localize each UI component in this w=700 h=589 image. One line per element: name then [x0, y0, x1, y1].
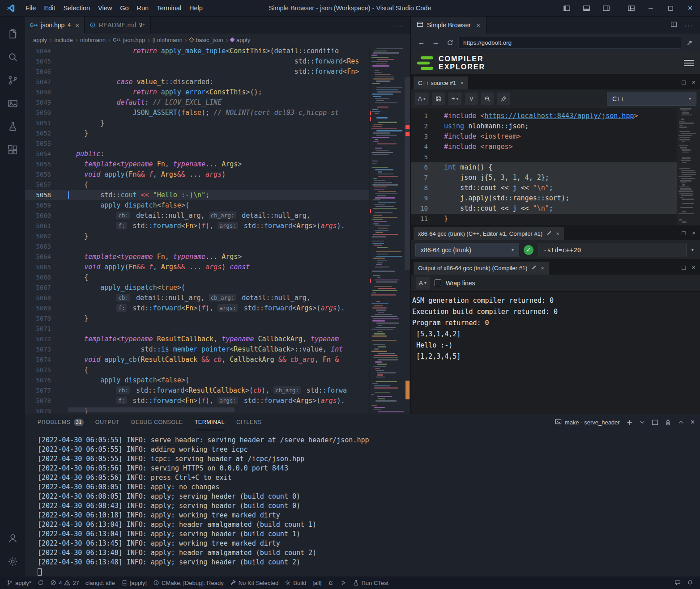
minimize-button[interactable] — [641, 0, 661, 17]
activity-search-icon[interactable] — [2, 45, 23, 68]
menu-view[interactable]: View — [94, 0, 116, 17]
rename-pane-icon[interactable] — [546, 230, 552, 237]
code-line[interactable]: 5068 cb: detail::null_arg, cb_arg: detai… — [25, 293, 410, 303]
maximize-panel-icon[interactable] — [678, 419, 684, 426]
browser-more-actions[interactable]: ··· — [684, 21, 694, 29]
menu-file[interactable]: File — [21, 0, 40, 17]
feedback-status[interactable] — [671, 576, 684, 589]
ctest-button[interactable]: Run CTest — [350, 576, 392, 589]
kit-status[interactable]: No Kit Selected — [227, 576, 282, 589]
editor-more-actions[interactable]: ··· — [387, 17, 410, 34]
source-code-line[interactable]: 1#include <https://localhost:8443/apply/… — [411, 111, 700, 121]
forward-button[interactable]: → — [430, 37, 442, 49]
scrollbar-thumb[interactable] — [405, 77, 410, 270]
include-link[interactable]: https://localhost:8443/apply/json.hpp — [484, 112, 634, 120]
code-line[interactable]: 5063 — [25, 242, 410, 252]
cmake-status[interactable]: CMake: [Debug]: Ready — [150, 576, 227, 589]
editor-horizontal-scrollbar[interactable] — [68, 407, 235, 412]
breadcrumb-item-apply[interactable]: apply — [33, 37, 47, 43]
code-editor[interactable]: 5044 return apply_make_tuple<ConstThis>(… — [25, 46, 410, 414]
notifications-bell[interactable] — [684, 576, 696, 589]
code-line[interactable]: 5070 } — [25, 314, 410, 324]
code-line[interactable]: 5067 apply_dispatch<true>( — [25, 283, 410, 293]
split-editor-icon[interactable] — [670, 21, 677, 30]
maximize-button[interactable] — [661, 0, 680, 17]
panel-tab-output[interactable]: OUTPUT — [95, 414, 120, 430]
code-line[interactable]: 5056 void apply(Fn&& f, Args&& ... args) — [25, 169, 410, 180]
code-line[interactable]: 5046 std::forward<Fn> — [25, 67, 410, 77]
terminal-output[interactable]: [2022-04-30 06:05:55] INFO: serve_header… — [25, 430, 700, 576]
code-line[interactable]: 5066 { — [25, 272, 410, 283]
close-panel-icon[interactable]: × — [691, 418, 695, 426]
activity-extensions-icon[interactable] — [2, 138, 23, 161]
panel-tab-debug-console[interactable]: DEBUG CONSOLE — [131, 414, 183, 430]
wrap-lines-checkbox[interactable] — [435, 280, 441, 286]
code-line[interactable]: 5045 std::forward<Res — [25, 56, 410, 67]
source-code-line[interactable]: 2using nlohmann::json; — [411, 121, 700, 131]
pin-button[interactable] — [497, 92, 510, 106]
code-line[interactable]: 5048 return apply_error<ConstThis>(); — [25, 87, 410, 97]
code-line[interactable]: 5074 void apply_cb(ResultCallback && cb,… — [25, 355, 410, 365]
code-line[interactable]: 5064 template<typename Fn, typename... A… — [25, 252, 410, 262]
compiler-pane-tab-close-icon[interactable]: × — [556, 230, 559, 237]
source-code-line[interactable]: 9 j.apply(std::ranges::sort); — [411, 193, 700, 203]
source-code-line[interactable]: 8 std::cout << j << "\n"; — [411, 183, 700, 193]
breadcrumb-item-apply[interactable]: apply — [230, 37, 250, 43]
source-pane-tab[interactable]: C++ source #1 × — [414, 76, 468, 89]
menu-edit[interactable]: Edit — [40, 0, 59, 17]
breadcrumb-item-include[interactable]: include — [54, 37, 73, 43]
hamburger-menu-icon[interactable] — [684, 60, 694, 66]
launch-button[interactable] — [337, 576, 350, 589]
browser-tab-close-icon[interactable]: × — [476, 21, 480, 29]
code-line[interactable]: 5059 apply_dispatch<false>( — [25, 200, 410, 211]
code-line[interactable]: 5072 template<typename ResultCallback, t… — [25, 334, 410, 344]
code-line[interactable]: 5071 — [25, 324, 410, 334]
build-button[interactable]: Build — [282, 576, 309, 589]
code-line[interactable]: 5078 f: std::forward<Fn>(f), args: std::… — [25, 396, 410, 406]
menu-selection[interactable]: Selection — [59, 0, 94, 17]
clangd-status[interactable]: clangd: idle — [82, 576, 118, 589]
repo-status[interactable]: [apply] — [118, 576, 150, 589]
code-line[interactable]: 5057 { — [25, 180, 410, 190]
split-terminal-icon[interactable] — [652, 419, 658, 426]
options-dropdown-icon[interactable]: ▾ — [691, 247, 696, 253]
source-pane-maximize-icon[interactable]: □ — [682, 79, 685, 86]
editor-tab-json.hpp[interactable]: C++json.hpp4× — [25, 17, 85, 34]
layout-sidebar-left-icon[interactable] — [557, 0, 576, 17]
tab-close-icon[interactable]: × — [75, 21, 79, 29]
breadcrumb-item-nlohmann[interactable]: nlohmann — [80, 37, 106, 43]
activity-source-control-icon[interactable] — [2, 68, 23, 92]
output-pane-tab[interactable]: Output of x86-64 gcc (trunk) (Compiler #… — [414, 262, 549, 275]
compiler-explorer-logo[interactable]: COMPILER EXPLORER — [417, 55, 485, 71]
compiler-pane-close-icon[interactable]: × — [692, 229, 696, 237]
layout-panel-icon[interactable] — [576, 0, 596, 17]
code-line[interactable]: 5044 return apply_make_tuple<ConstThis>(… — [25, 46, 410, 56]
source-code-line[interactable]: 5 — [411, 152, 700, 162]
rename-pane-icon[interactable] — [531, 265, 537, 271]
code-line[interactable]: 5050 JSON_ASSERT(false); // NOLINT(cert-… — [25, 108, 410, 118]
code-line[interactable]: 5075 { — [25, 365, 410, 375]
build-target[interactable]: [all] — [309, 576, 324, 589]
source-code-line[interactable]: 7 json j{5, 3, 1, 4, 2}; — [411, 173, 700, 183]
code-line[interactable]: 5051 } — [25, 118, 410, 128]
terminal-process-select[interactable]: make - serve_header — [555, 418, 620, 426]
code-line[interactable]: 5062 } — [25, 231, 410, 242]
compiler-select[interactable]: x86-64 gcc (trunk) ▾ — [415, 243, 519, 257]
activity-testing-icon[interactable] — [2, 115, 23, 138]
compiler-pane-tab[interactable]: x86-64 gcc (trunk) (C++, Editor #1, Comp… — [414, 227, 564, 240]
close-button[interactable]: × — [680, 0, 700, 17]
simple-browser-tab[interactable]: Simple Browser × — [411, 17, 487, 34]
vim-toggle-button[interactable]: V — [465, 92, 478, 106]
kill-terminal-icon[interactable] — [665, 419, 671, 426]
code-line[interactable]: 5053 — [25, 139, 410, 149]
git-branch-status[interactable]: apply* — [4, 576, 34, 589]
code-line[interactable]: 5061 f: std::forward<Fn>(f), args: std::… — [25, 221, 410, 231]
menu-go[interactable]: Go — [116, 0, 132, 17]
code-line[interactable]: 5055 template<typename Fn, typename... A… — [25, 159, 410, 169]
output-pane-close-icon[interactable]: × — [692, 264, 696, 271]
source-pane-close-icon[interactable]: × — [692, 79, 696, 86]
layout-sidebar-right-icon[interactable] — [596, 0, 616, 17]
code-line[interactable]: 5069 f: std::forward<Fn>(f), args: std::… — [25, 303, 410, 314]
code-line[interactable]: 5060 cb: detail::null_arg, cb_arg: detai… — [25, 211, 410, 221]
minimap[interactable] — [369, 46, 404, 414]
